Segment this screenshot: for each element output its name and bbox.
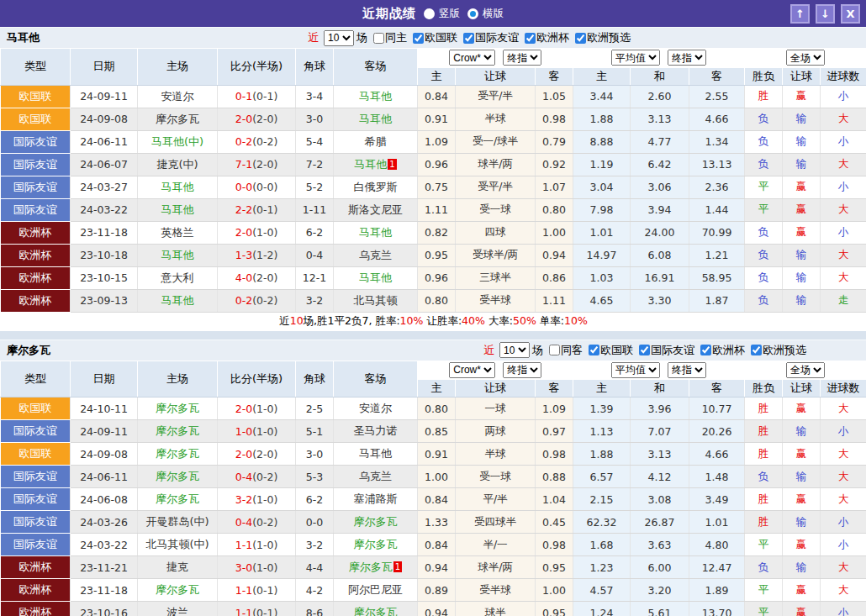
comp-checkbox-euro[interactable]: [525, 33, 536, 44]
avg-draw-odds: 6.42: [631, 153, 689, 176]
match-row: 国际友谊24-03-22马耳他2-2(0-1)1-11斯洛文尼亚1.11受一球0…: [1, 198, 866, 221]
crow-home-odds: 0.96: [418, 266, 456, 289]
summary-text: 近10场,胜1平2负7, 胜率:10% 让胜率:40% 大率:50% 单率:10…: [279, 314, 588, 327]
scroll-up-button[interactable]: ↑: [790, 4, 810, 24]
avg-draw-odds: 6.00: [631, 556, 689, 579]
crow-home-odds: 0.96: [418, 153, 456, 176]
bookmaker-select[interactable]: Crow*: [449, 50, 495, 66]
scope-select[interactable]: 全场: [786, 362, 825, 378]
comp-checkbox-friendly[interactable]: [463, 33, 474, 44]
comp-checkbox-nations-league[interactable]: [413, 33, 424, 44]
match-date: 23-10-16: [71, 602, 138, 616]
crow-home-odds: 0.84: [418, 534, 456, 556]
match-score: 0-4(0-2): [218, 466, 296, 488]
result-handicap: 输: [783, 108, 821, 130]
match-row: 欧国联24-10-11摩尔多瓦2-0(1-0)2-5安道尔0.80一球1.091…: [1, 398, 866, 420]
home-team: 意大利: [138, 266, 218, 289]
filter-bar: 摩尔多瓦 近 10 场 同客 欧国联 国际友谊 欧洲杯 欧洲预选: [0, 340, 866, 361]
competition-badge: 欧国联: [1, 108, 71, 130]
result-wdl: 胜: [745, 488, 783, 511]
team-section-moldova: 摩尔多瓦 近 10 场 同客 欧国联 国际友谊 欧洲杯 欧洲预选 类型: [0, 340, 866, 616]
home-team: 马耳他: [138, 289, 218, 312]
subheader-wdl: 胜负: [745, 380, 783, 398]
match-count-select[interactable]: 10: [324, 30, 354, 46]
scope-select[interactable]: 全场: [786, 50, 825, 66]
comp-checkbox-euro[interactable]: [700, 345, 711, 355]
avg-home-odds: 14.97: [573, 244, 631, 266]
col-header-score: 比分(半场): [218, 361, 296, 398]
same-venue-checkbox[interactable]: [549, 345, 560, 355]
final-odds-select-1[interactable]: 终指: [503, 50, 541, 66]
col-header-away: 客场: [334, 361, 418, 398]
result-goals: 大: [821, 488, 866, 511]
comp-label: 欧洲杯: [712, 343, 745, 358]
section-divider: [0, 331, 866, 340]
match-count-select[interactable]: 10: [499, 342, 530, 358]
average-select[interactable]: 平均值: [611, 362, 660, 378]
competition-badge: 欧洲杯: [1, 289, 71, 312]
avg-home-odds: 2.15: [573, 488, 631, 511]
match-date: 23-11-18: [71, 579, 138, 602]
avg-draw-odds: 3.08: [631, 488, 689, 511]
avg-draw-odds: 3.20: [631, 579, 689, 602]
competition-badge: 欧洲杯: [1, 266, 71, 289]
result-handicap: 输: [783, 556, 821, 579]
match-row: 欧国联24-09-11安道尔0-1(0-1)3-4马耳他0.84受平/半1.05…: [1, 85, 866, 108]
comp-checkbox-friendly[interactable]: [639, 345, 650, 355]
layout-radio-horizontal[interactable]: 横版: [467, 7, 504, 21]
comp-label: 欧洲杯: [536, 30, 569, 45]
away-team: 希腊: [334, 130, 418, 153]
result-wdl: 负: [745, 556, 783, 579]
comp-checkbox-euro-qualifier[interactable]: [751, 345, 762, 355]
match-score: 0-2(0-2): [218, 289, 296, 312]
result-handicap: 输: [783, 244, 821, 266]
layout-radio-vertical[interactable]: 竖版: [424, 7, 460, 21]
col-header-type: 类型: [1, 361, 71, 398]
avg-home-odds: 3.04: [573, 176, 631, 198]
col-header-home: 主场: [138, 361, 218, 398]
avg-home-odds: 1.03: [573, 266, 631, 289]
match-score: 2-0(2-0): [218, 443, 296, 466]
match-score: 3-2(1-0): [218, 488, 296, 511]
scroll-down-button[interactable]: ↓: [816, 4, 835, 24]
match-date: 24-03-27: [71, 176, 138, 198]
comp-label: 欧洲预选: [587, 30, 631, 45]
col-header-corner: 角球: [296, 361, 334, 398]
away-team: 摩尔多瓦: [334, 511, 418, 534]
matches-table: 类型 日期 主场 比分(半场) 角球 客场 Crow* 终指 平均值 终指: [0, 361, 866, 616]
crow-away-odds: 0.79: [536, 130, 573, 153]
match-date: 23-11-18: [71, 221, 138, 244]
close-icon: X: [846, 8, 854, 19]
home-team: 摩尔多瓦: [138, 420, 218, 443]
avg-away-odds: 1.01: [689, 511, 745, 534]
avg-draw-odds: 24.00: [631, 221, 689, 244]
close-button[interactable]: X: [841, 4, 860, 24]
subheader-avg-away: 客: [689, 67, 745, 85]
subheader-crow-away: 客: [536, 67, 573, 85]
final-odds-select-2[interactable]: 终指: [668, 362, 706, 378]
avg-away-odds: 1.34: [689, 130, 745, 153]
comp-checkbox-nations-league[interactable]: [589, 345, 599, 355]
final-odds-select-2[interactable]: 终指: [668, 50, 706, 66]
radio-unchecked-icon[interactable]: [424, 8, 435, 19]
average-select[interactable]: 平均值: [611, 50, 660, 66]
away-team: 摩尔多瓦: [334, 602, 418, 616]
page-title: 近期战绩: [362, 6, 416, 22]
home-team: 开曼群岛(中): [138, 511, 218, 534]
match-score: 2-0(2-0): [218, 108, 296, 130]
away-team: 马耳他: [334, 266, 418, 289]
up-arrow-icon: ↑: [795, 8, 805, 19]
avg-away-odds: 2.55: [689, 85, 745, 108]
final-odds-select-1[interactable]: 终指: [503, 362, 541, 378]
avg-home-odds: 1.01: [573, 221, 631, 244]
away-team: 北马其顿: [334, 289, 418, 312]
crow-away-odds: 0.97: [536, 420, 573, 443]
bookmaker-select[interactable]: Crow*: [449, 362, 495, 378]
avg-home-odds: 1.13: [573, 420, 631, 443]
match-row: 欧洲杯23-10-15意大利4-0(2-0)12-1马耳他0.96三球半0.86…: [1, 266, 866, 289]
result-handicap: 输: [783, 420, 821, 443]
comp-checkbox-euro-qualifier[interactable]: [575, 33, 586, 44]
col-header-home: 主场: [138, 49, 218, 86]
radio-checked-icon[interactable]: [467, 8, 478, 19]
same-venue-checkbox[interactable]: [373, 33, 384, 44]
